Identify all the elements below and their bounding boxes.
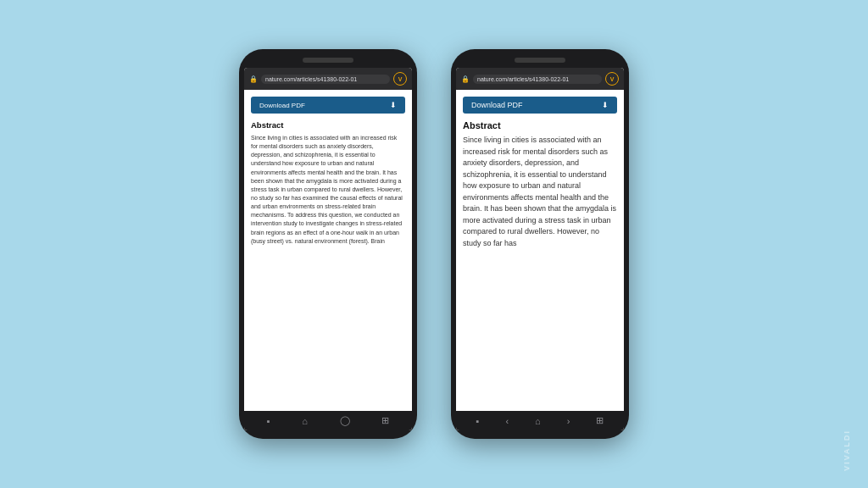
nav-tabs-right[interactable]: ⊞	[596, 415, 604, 426]
browser-bar-left: 🔒 nature.com/articles/s41380-022-01 V	[244, 68, 412, 90]
phone-screen-right: 🔒 nature.com/articles/s41380-022-01 V Do…	[456, 68, 624, 430]
download-btn-left[interactable]: Download PDF ⬇	[251, 97, 405, 114]
vivaldi-icon-left[interactable]: V	[393, 72, 407, 86]
nav-chevron-left-right[interactable]: ‹	[505, 416, 509, 426]
download-icon-left: ⬇	[390, 101, 397, 109]
url-bar-right[interactable]: nature.com/articles/s41380-022-01	[473, 75, 602, 84]
phone-notch-left	[303, 58, 353, 63]
nav-home-left[interactable]: ⌂	[302, 416, 308, 426]
nav-back-left[interactable]: ▪	[267, 416, 270, 426]
nav-tabs-left[interactable]: ⊞	[381, 415, 389, 426]
abstract-text-left: Since living in cities is associated wit…	[251, 134, 405, 246]
page-content-right: Download PDF ⬇ Abstract Since living in …	[456, 90, 624, 411]
nav-back-right[interactable]: ▪	[476, 416, 480, 426]
phone-left: 🔒 nature.com/articles/s41380-022-01 V Do…	[239, 49, 417, 439]
phone-notch-right	[515, 58, 565, 63]
nav-circle-left[interactable]: ◯	[340, 415, 350, 426]
phone-nav-left: ▪ ⌂ ◯ ⊞	[244, 411, 412, 430]
phone-nav-right: ▪ ‹ ⌂ › ⊞	[456, 411, 624, 430]
page-content-left: Download PDF ⬇ Abstract Since living in …	[244, 90, 412, 411]
phone-screen-left: 🔒 nature.com/articles/s41380-022-01 V Do…	[244, 68, 412, 430]
nav-chevron-right-right[interactable]: ›	[567, 416, 570, 426]
vivaldi-watermark: VIVALDI	[843, 430, 851, 471]
url-bar-left[interactable]: nature.com/articles/s41380-022-01	[261, 75, 390, 84]
phone-right: 🔒 nature.com/articles/s41380-022-01 V Do…	[451, 49, 629, 439]
abstract-title-left: Abstract	[251, 120, 405, 130]
lock-icon-left: 🔒	[249, 75, 258, 83]
abstract-text-right: Since living in cities is associated wit…	[463, 135, 617, 249]
vivaldi-icon-right[interactable]: V	[605, 72, 619, 86]
download-icon-right: ⬇	[602, 101, 609, 109]
lock-icon-right: 🔒	[461, 75, 470, 83]
nav-home-right[interactable]: ⌂	[535, 416, 541, 426]
download-btn-right[interactable]: Download PDF ⬇	[463, 97, 617, 114]
browser-bar-right: 🔒 nature.com/articles/s41380-022-01 V	[456, 68, 624, 90]
abstract-title-right: Abstract	[463, 120, 617, 130]
